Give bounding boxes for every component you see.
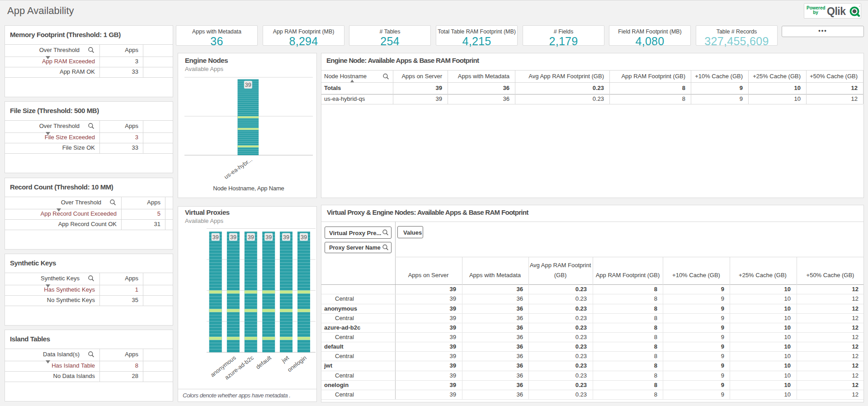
svg-text:us-ea-hybr...: us-ea-hybr... (223, 156, 254, 180)
svg-text:Node Hostname, App Name: Node Hostname, App Name (213, 185, 284, 192)
svg-text:39: 39 (245, 82, 251, 88)
svg-text:onelogin: onelogin (286, 354, 308, 373)
svg-text:39: 39 (265, 234, 272, 241)
svg-text:39: 39 (230, 234, 236, 241)
svg-text:Qlik: Qlik (827, 5, 846, 17)
svg-text:39: 39 (301, 234, 307, 241)
svg-text:39: 39 (212, 234, 219, 241)
svg-text:39: 39 (248, 234, 254, 241)
svg-text:39: 39 (283, 234, 289, 241)
svg-text:jwt: jwt (280, 354, 290, 364)
svg-text:default: default (255, 354, 273, 370)
